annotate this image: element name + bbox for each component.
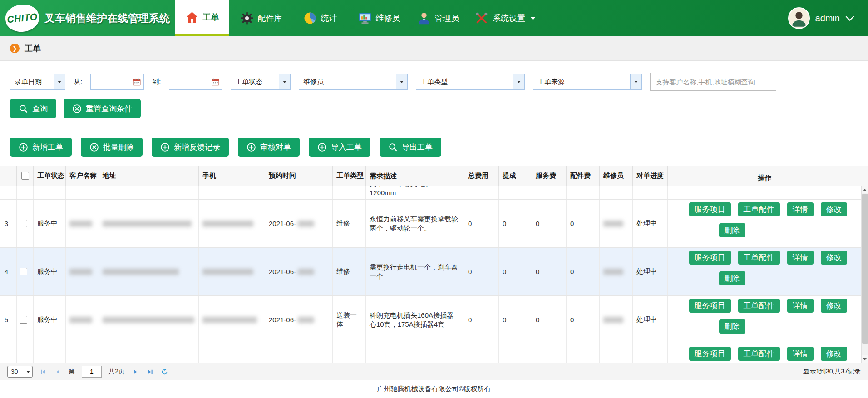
- service-fee: 0: [532, 248, 567, 295]
- prev-page-button[interactable]: [54, 368, 62, 376]
- redacted-text: [298, 269, 314, 275]
- order-parts-button[interactable]: 工单配件: [738, 347, 780, 361]
- nav-item-system-settings[interactable]: 系统设置: [470, 0, 540, 36]
- pie-chart-icon: [303, 11, 317, 25]
- order-status-select[interactable]: 工单状态: [231, 74, 291, 90]
- combo-arrow-icon: [279, 74, 290, 89]
- nav-item-statistics[interactable]: 统计: [293, 0, 347, 36]
- edit-button[interactable]: 修改: [821, 299, 847, 313]
- plus-circle-icon: [317, 142, 327, 152]
- date-type-value: 录单日期: [10, 78, 42, 86]
- delete-button[interactable]: 删除: [719, 319, 745, 334]
- order-description: 需更换行走电机一个，刹车盘一个: [366, 248, 464, 295]
- user-menu[interactable]: admin: [788, 0, 868, 36]
- audit-order-button[interactable]: 审核对单: [238, 138, 300, 157]
- details-button[interactable]: 详情: [787, 251, 814, 265]
- appointment-time: 2021-06-: [265, 248, 333, 295]
- redacted-text: [103, 269, 179, 275]
- nav-item-technicians[interactable]: 维修员: [352, 0, 406, 36]
- filter-section: 录单日期 从: 到: 工单状态 维修员 工单类型 工单来源 查询 重置查询: [0, 61, 868, 128]
- scroll-up-arrow[interactable]: [862, 186, 868, 193]
- redacted-text: [603, 269, 623, 275]
- copyright-text: 广州驰腾机械设备有限公司©版权所有: [377, 385, 491, 393]
- phone: [199, 248, 265, 295]
- brand-logo: CHITO: [4, 3, 40, 33]
- service-items-button[interactable]: 服务项目: [689, 202, 731, 216]
- reset-button[interactable]: 重置查询条件: [64, 99, 141, 118]
- order-parts-button[interactable]: 工单配件: [738, 299, 780, 313]
- redacted-text: [603, 221, 623, 227]
- row-number: 4: [0, 248, 17, 295]
- main-nav: 工单 配件库 统计 维修员 管理员 系统设置: [175, 0, 540, 36]
- details-button[interactable]: 详情: [787, 347, 814, 361]
- delete-button[interactable]: 删除: [719, 271, 745, 285]
- delete-button[interactable]: 删除: [719, 223, 745, 237]
- row-checkbox[interactable]: [20, 316, 27, 324]
- export-orders-button[interactable]: 导出工单: [380, 138, 441, 157]
- service-items-button[interactable]: 服务项目: [689, 251, 731, 265]
- service-items-button[interactable]: 服务项目: [689, 299, 731, 313]
- next-page-button[interactable]: [132, 368, 139, 376]
- edit-button[interactable]: 修改: [821, 251, 847, 265]
- last-page-button[interactable]: [146, 368, 154, 376]
- total-fee: 0: [464, 248, 499, 295]
- import-orders-button[interactable]: 导入工单: [309, 138, 370, 157]
- col-header-parts-fee: 配件费: [567, 166, 600, 186]
- refresh-button[interactable]: [161, 368, 168, 376]
- vertical-scrollbar[interactable]: [861, 186, 868, 363]
- row-checkbox[interactable]: [20, 268, 27, 275]
- keyword-search-input[interactable]: [650, 73, 776, 91]
- date-to-input[interactable]: [169, 74, 222, 90]
- order-parts-button[interactable]: 工单配件: [738, 251, 780, 265]
- commission: 0: [499, 200, 532, 247]
- scrollbar-thumb[interactable]: [862, 194, 868, 344]
- customer-name: [66, 248, 99, 295]
- date-from-input[interactable]: [90, 74, 144, 90]
- select-all-checkbox[interactable]: [21, 172, 29, 180]
- search-button[interactable]: 查询: [10, 99, 56, 118]
- col-header-type: 工单类型: [333, 166, 366, 186]
- edit-button[interactable]: 修改: [821, 202, 847, 216]
- breadcrumb-arrow-icon: ❯: [10, 44, 20, 53]
- filter-row: 录单日期 从: 到: 工单状态 维修员 工单类型 工单来源: [10, 73, 858, 91]
- details-button[interactable]: 详情: [787, 299, 814, 313]
- nav-item-parts[interactable]: 配件库: [234, 0, 288, 36]
- col-header-description: 需求描述: [366, 166, 464, 186]
- table-row: 3 服务中 2021-06- 维修 永恒力前移叉车需更换承载轮两个，驱动轮一个。…: [0, 200, 868, 248]
- nav-item-administrators[interactable]: 管理员: [411, 0, 465, 36]
- operations-cell: 服务项目 工单配件 详情 修改: [668, 344, 868, 363]
- monitor-icon: [358, 11, 372, 25]
- add-order-label: 新增工单: [32, 142, 63, 152]
- scroll-down-arrow[interactable]: [862, 355, 868, 363]
- edit-button[interactable]: 修改: [821, 347, 847, 361]
- service-items-button[interactable]: 服务项目: [689, 347, 731, 361]
- batch-delete-label: 批量删除: [103, 142, 134, 152]
- first-page-button[interactable]: [39, 368, 47, 376]
- order-type-select[interactable]: 工单类型: [416, 74, 525, 90]
- row-number: 5: [0, 296, 17, 344]
- row-checkbox[interactable]: [20, 220, 27, 227]
- search-button-label: 查询: [32, 103, 48, 114]
- action-button-row: 新增工单 批量删除 新增反馈记录 审核对单 导入工单 导出工单: [0, 128, 868, 166]
- search-icon: [19, 104, 28, 113]
- technician-select[interactable]: 维修员: [299, 74, 408, 90]
- table-body: 叉车……，货叉1副 1200mm 3 服务中 2021-06- 维修 永恒力前移…: [0, 186, 868, 363]
- order-type: 维修: [333, 248, 366, 295]
- batch-delete-button[interactable]: 批量删除: [81, 138, 143, 157]
- page-size-select[interactable]: 30: [7, 366, 33, 378]
- order-type: 送装一体: [333, 296, 366, 344]
- order-source-select[interactable]: 工单来源: [533, 74, 642, 90]
- next-page-icon: [132, 369, 139, 375]
- add-order-button[interactable]: 新增工单: [10, 138, 72, 157]
- nav-item-workorders[interactable]: 工单: [175, 0, 229, 36]
- details-button[interactable]: 详情: [787, 202, 814, 216]
- order-parts-button[interactable]: 工单配件: [738, 202, 780, 216]
- record-summary: 显示1到30,共37记录: [803, 368, 861, 376]
- brand-text: CHITO: [6, 11, 38, 25]
- add-feedback-button[interactable]: 新增反馈记录: [152, 138, 229, 157]
- row-number-header: [0, 166, 17, 186]
- add-feedback-label: 新增反馈记录: [174, 142, 220, 152]
- nav-label: 维修员: [376, 13, 400, 24]
- date-type-select[interactable]: 录单日期: [10, 74, 65, 90]
- page-number-input[interactable]: [82, 366, 102, 378]
